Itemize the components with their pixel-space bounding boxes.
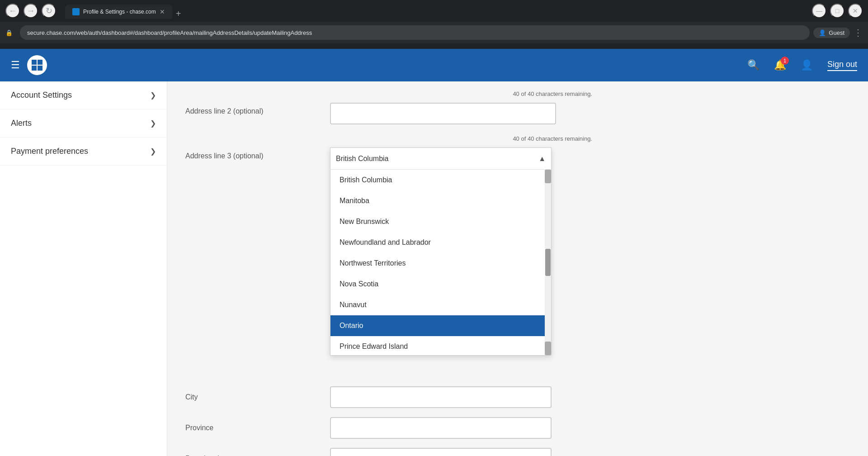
search-button[interactable]: 🔍: [747, 59, 760, 71]
option-northwest-territories[interactable]: Northwest Territories: [330, 253, 545, 274]
postal-code-row: Postal code: [185, 448, 592, 456]
sidebar-item-label: Payment preferences: [11, 147, 88, 156]
province-dropdown-list: British Columbia ▲ British Columbia Mani…: [330, 147, 552, 356]
option-manitoba[interactable]: Manitoba: [330, 190, 545, 211]
below-dropdown-spacer: City Province Postal code Use this as th…: [185, 386, 592, 456]
hamburger-icon[interactable]: ☰: [11, 59, 20, 71]
new-tab-button[interactable]: +: [172, 9, 185, 19]
sidebar-item-label: Alerts: [11, 119, 32, 128]
address-line2-label: Address line 2 (optional): [185, 103, 330, 115]
char-count-line2: 40 of 40 characters remaining.: [185, 135, 592, 142]
svg-rect-0: [32, 60, 37, 65]
city-label: City: [185, 393, 330, 401]
scroll-up-icon[interactable]: ▲: [538, 155, 546, 163]
profile-button[interactable]: 👤 Guest: [813, 28, 850, 38]
city-row: City: [185, 386, 592, 408]
reload-button[interactable]: ↻: [42, 4, 56, 18]
postal-code-input[interactable]: [330, 448, 552, 456]
option-ontario[interactable]: Ontario: [330, 315, 545, 336]
lock-icon: 🔒: [5, 29, 13, 36]
minimize-button[interactable]: —: [812, 4, 826, 18]
search-icon: 🔍: [747, 59, 760, 71]
address-line2-input[interactable]: [330, 103, 556, 124]
svg-rect-1: [38, 60, 42, 65]
address-bar-row: 🔒 secure.chase.com/web/auth/dashboard#/d…: [0, 22, 868, 43]
sidebar-item-alerts[interactable]: Alerts ❯: [0, 109, 167, 138]
profile-label: Guest: [829, 29, 844, 36]
sidebar: Account Settings ❯ Alerts ❯ Payment pref…: [0, 81, 167, 456]
dropdown-scrollbar[interactable]: [545, 170, 551, 355]
browser-menu-icon[interactable]: ⋮: [854, 27, 863, 38]
chevron-right-icon: ❯: [150, 147, 156, 156]
forward-button[interactable]: →: [24, 4, 38, 18]
dropdown-header: British Columbia ▲: [330, 148, 551, 170]
close-window-button[interactable]: ✕: [848, 4, 863, 18]
tab-close-button[interactable]: ✕: [160, 8, 165, 15]
province-row: Province: [185, 417, 592, 439]
window-controls: ← → ↻: [5, 4, 56, 18]
svg-rect-3: [38, 66, 42, 71]
address-line3-row: Address line 3 (optional) British Columb…: [185, 147, 592, 160]
option-new-brunswick[interactable]: New Brunswick: [330, 211, 545, 232]
province-label: Province: [185, 424, 330, 432]
profile-icon: 👤: [819, 29, 826, 36]
svg-rect-2: [32, 66, 37, 71]
back-button[interactable]: ←: [5, 4, 20, 18]
address-line2-input-wrapper: [330, 103, 556, 124]
address-line2-row: Address line 2 (optional): [185, 103, 592, 124]
user-account-button[interactable]: 👤: [801, 59, 813, 71]
content-area: 40 of 40 characters remaining. Address l…: [167, 81, 868, 456]
sign-out-button[interactable]: Sign out: [827, 60, 857, 71]
option-prince-edward-island[interactable]: Prince Edward Island: [330, 336, 545, 355]
option-newfoundland[interactable]: Newfoundland and Labrador: [330, 232, 545, 253]
top-nav: ☰ 🔍 🔔 1 👤 Sign out: [0, 49, 868, 81]
url-text: secure.chase.com/web/auth/dashboard#/das…: [27, 29, 312, 36]
notifications-button[interactable]: 🔔 1: [774, 59, 786, 71]
chase-logo: [27, 55, 47, 75]
province-input[interactable]: [330, 417, 552, 439]
user-icon: 👤: [801, 59, 813, 71]
tab-bar: Profile & Settings - chase.com ✕ +: [60, 3, 808, 19]
form-container: 40 of 40 characters remaining. Address l…: [185, 81, 592, 456]
option-nova-scotia[interactable]: Nova Scotia: [330, 274, 545, 294]
char-count-line1: 40 of 40 characters remaining.: [185, 90, 592, 97]
tab-favicon: [72, 8, 80, 15]
app: ☰ 🔍 🔔 1 👤 Sign out Account Settings: [0, 49, 868, 456]
option-nunavut[interactable]: Nunavut: [330, 294, 545, 315]
chevron-right-icon: ❯: [150, 91, 156, 100]
maximize-button[interactable]: □: [830, 4, 844, 18]
address-bar[interactable]: secure.chase.com/web/auth/dashboard#/das…: [20, 25, 810, 40]
browser-chrome: ← → ↻ Profile & Settings - chase.com ✕ +…: [0, 0, 868, 49]
title-bar: ← → ↻ Profile & Settings - chase.com ✕ +…: [0, 0, 868, 22]
sidebar-item-account-settings[interactable]: Account Settings ❯: [0, 81, 167, 109]
dropdown-selected-text: British Columbia: [336, 155, 388, 163]
notification-badge: 1: [781, 57, 789, 65]
dropdown-items-list: British Columbia Manitoba New Brunswick …: [330, 170, 545, 355]
chevron-right-icon: ❯: [150, 119, 156, 128]
address-line3-label: Address line 3 (optional): [185, 147, 330, 160]
city-input[interactable]: [330, 386, 552, 408]
main-layout: Account Settings ❯ Alerts ❯ Payment pref…: [0, 81, 868, 456]
option-british-columbia[interactable]: British Columbia: [330, 170, 545, 190]
tab-title-text: Profile & Settings - chase.com: [83, 9, 156, 15]
window-action-controls: — □ ✕: [812, 4, 863, 18]
sidebar-item-label: Account Settings: [11, 90, 72, 100]
active-tab[interactable]: Profile & Settings - chase.com ✕: [65, 5, 172, 19]
sidebar-item-payment-preferences[interactable]: Payment preferences ❯: [0, 138, 167, 166]
